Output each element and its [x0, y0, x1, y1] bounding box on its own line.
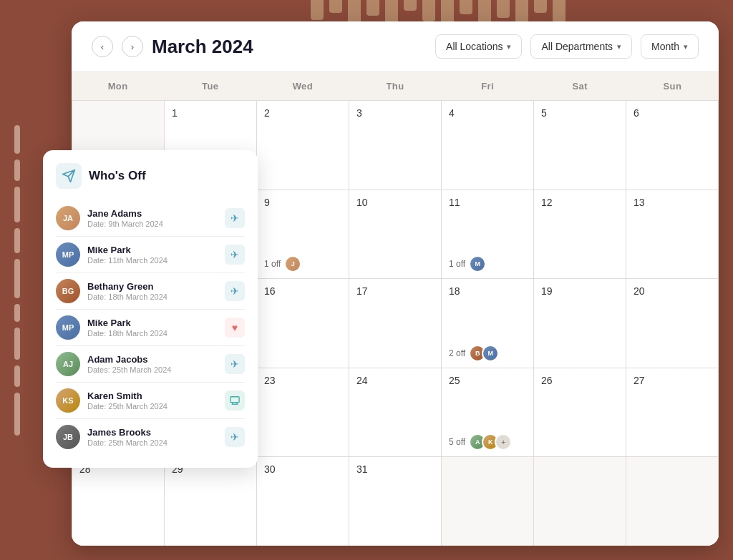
avatar-james-panel: JB: [56, 425, 80, 449]
cal-cell-2[interactable]: 2: [257, 101, 349, 190]
cal-cell-19[interactable]: 19: [534, 279, 626, 368]
avatar-karen-panel: KS: [56, 388, 80, 413]
off-indicator-25: 5 off A K +: [449, 433, 512, 451]
avatar-jane: J: [284, 255, 301, 272]
cal-cell-13[interactable]: 13: [626, 190, 719, 280]
cal-cell-18[interactable]: 18 2 off B M: [442, 279, 534, 368]
avatar-stack-11: M: [469, 255, 486, 272]
person-date-karen: Date: 25th March 2024: [87, 402, 218, 411]
day-header-mon: Mon: [72, 72, 164, 100]
cal-cell-5[interactable]: 5: [534, 101, 626, 190]
cal-cell-17[interactable]: 17: [349, 279, 442, 368]
cal-cell-empty-4: [626, 457, 719, 546]
person-name-jane: Jane Adams: [87, 208, 218, 219]
avatar-bethany-panel: BG: [56, 279, 80, 303]
person-date-mike1: Date: 11th March 2024: [87, 256, 218, 265]
avatar-stack-9: J: [284, 255, 301, 272]
cal-cell-26[interactable]: 26: [534, 368, 626, 458]
cal-cell-empty-3: [534, 457, 626, 546]
locations-label: All Locations: [446, 41, 503, 52]
off-indicator-18: 2 off B M: [449, 345, 499, 362]
person-info-mike2: Mike Park Date: 18th March 2024: [87, 318, 218, 338]
person-info-jane: Jane Adams Date: 9th March 2024: [87, 208, 218, 228]
avatar-adam-panel: AJ: [56, 352, 80, 376]
departments-label: All Departments: [541, 41, 613, 52]
cal-cell-empty-2: [442, 457, 534, 546]
whos-off-header: Who's Off: [56, 163, 245, 189]
day-header-wed: Wed: [256, 72, 349, 100]
view-label: Month: [651, 41, 679, 52]
avatar-mike2-panel: MP: [56, 315, 80, 340]
day-header-sat: Sat: [534, 72, 626, 100]
person-name-james: James Brooks: [87, 427, 218, 438]
person-row-mike1[interactable]: MP Mike Park Date: 11th March 2024 ✈: [56, 237, 245, 273]
person-name-mike1: Mike Park: [87, 245, 218, 255]
cal-cell-27[interactable]: 27: [626, 368, 719, 458]
person-row-karen[interactable]: KS Karen Smith Date: 25th March 2024: [56, 383, 245, 419]
cal-cell-25[interactable]: 25 5 off A K +: [442, 368, 534, 458]
person-row-jane[interactable]: JA Jane Adams Date: 9th March 2024 ✈: [56, 200, 245, 237]
person-name-bethany: Bethany Green: [87, 281, 218, 292]
cal-cell-24[interactable]: 24: [349, 368, 442, 458]
person-icon-karen: [225, 390, 245, 411]
person-row-james[interactable]: JB James Brooks Date: 25th March 2024 ✈: [56, 419, 245, 455]
whos-off-title: Who's Off: [89, 169, 146, 183]
plane-icon-bg: [56, 163, 82, 189]
day-headers: Mon Tue Wed Thu Fri Sat Sun: [72, 72, 719, 101]
locations-filter[interactable]: All Locations ▾: [435, 34, 522, 59]
cal-cell-10[interactable]: 10: [349, 190, 442, 280]
off-indicator-9: 1 off J: [264, 255, 301, 272]
person-row-mike2[interactable]: MP Mike Park Date: 18th March 2024 ♥: [56, 310, 245, 346]
cal-cell-12[interactable]: 12: [534, 190, 626, 280]
person-icon-adam: ✈: [225, 354, 245, 374]
person-info-james: James Brooks Date: 25th March 2024: [87, 427, 218, 447]
cal-cell-6[interactable]: 6: [626, 101, 719, 190]
next-month-button[interactable]: ›: [122, 36, 143, 57]
person-row-bethany[interactable]: BG Bethany Green Date: 18th March 2024 ✈: [56, 273, 245, 310]
avatar-mike2: M: [482, 345, 499, 362]
person-info-mike1: Mike Park Date: 11th March 2024: [87, 245, 218, 265]
day-header-thu: Thu: [349, 72, 441, 100]
person-name-mike2: Mike Park: [87, 318, 218, 328]
person-icon-bethany: ✈: [225, 281, 245, 301]
person-info-bethany: Bethany Green Date: 18th March 2024: [87, 281, 218, 301]
month-title: March 2024: [152, 36, 427, 58]
cal-cell-3[interactable]: 3: [349, 101, 442, 190]
prev-month-button[interactable]: ‹: [92, 36, 113, 57]
cal-cell-9[interactable]: 9 1 off J: [257, 190, 349, 280]
person-info-adam: Adam Jacobs Dates: 25th March 2024: [87, 354, 218, 374]
cal-cell-16[interactable]: 16: [257, 279, 349, 368]
person-date-james: Date: 25th March 2024: [87, 438, 218, 447]
person-info-karen: Karen Smith Date: 25th March 2024: [87, 390, 218, 411]
cal-cell-4[interactable]: 4: [442, 101, 534, 190]
person-name-karen: Karen Smith: [87, 390, 218, 401]
view-chevron: ▾: [684, 42, 688, 51]
cal-cell-30[interactable]: 30: [257, 457, 349, 546]
person-date-jane: Date: 9th March 2024: [87, 220, 218, 228]
cal-cell-29[interactable]: 29: [165, 457, 257, 546]
person-name-adam: Adam Jacobs: [87, 354, 218, 365]
departments-chevron: ▾: [617, 42, 621, 51]
view-filter[interactable]: Month ▾: [641, 34, 699, 59]
avatar-mike-panel: MP: [56, 242, 80, 267]
avatar-mike: M: [469, 255, 486, 272]
locations-chevron: ▾: [507, 42, 511, 51]
avatar-jane-panel: JA: [56, 206, 80, 230]
person-icon-jane: ✈: [225, 208, 245, 228]
avatar-stack-18: B M: [469, 345, 499, 362]
person-date-adam: Dates: 25th March 2024: [87, 365, 218, 374]
cal-cell-11[interactable]: 11 1 off M: [442, 190, 534, 280]
cal-cell-20[interactable]: 20: [626, 279, 719, 368]
plane-icon: [62, 169, 76, 183]
cal-cell-28[interactable]: 28: [72, 457, 165, 546]
cal-cell-23[interactable]: 23: [257, 368, 349, 458]
cal-cell-31[interactable]: 31: [349, 457, 442, 546]
departments-filter[interactable]: All Departments ▾: [530, 34, 632, 59]
svg-rect-0: [230, 397, 239, 403]
person-date-bethany: Date: 18th March 2024: [87, 293, 218, 301]
avatar-plus: +: [495, 433, 512, 451]
person-date-mike2: Date: 18th March 2024: [87, 329, 218, 338]
person-row-adam[interactable]: AJ Adam Jacobs Dates: 25th March 2024 ✈: [56, 346, 245, 383]
day-header-sun: Sun: [626, 72, 719, 100]
avatar-stack-25: A K +: [469, 433, 512, 451]
